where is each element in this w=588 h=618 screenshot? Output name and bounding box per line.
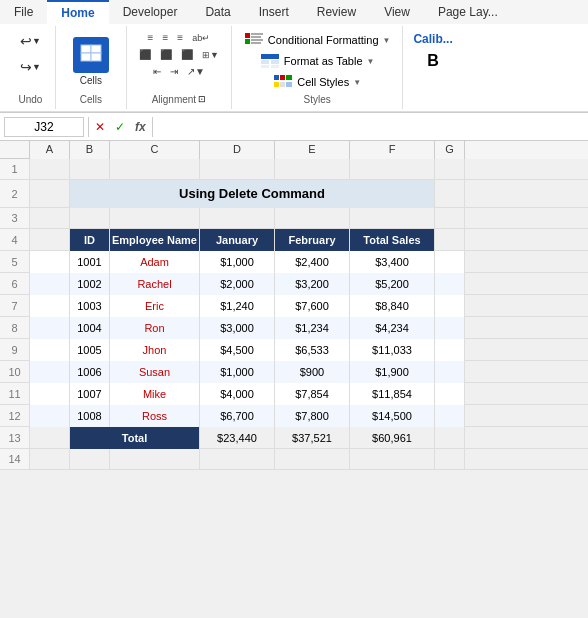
col-header-d[interactable]: D [200,141,275,159]
cell-b14[interactable] [70,449,110,469]
cell-d3[interactable] [200,208,275,228]
cell-id-5[interactable]: 1001 [70,251,110,273]
cell-jan-7[interactable]: $1,240 [200,295,275,317]
cell-f14[interactable] [350,449,435,469]
cell-a8[interactable] [30,317,70,339]
cell-name-9[interactable]: Jhon [110,339,200,361]
tab-file[interactable]: File [0,0,47,24]
cell-id-7[interactable]: 1003 [70,295,110,317]
cell-d1[interactable] [200,159,275,179]
cell-g13[interactable] [435,427,465,449]
insert-function-icon[interactable]: fx [133,120,148,134]
align-right-button[interactable]: ⬛ [177,47,197,62]
cell-feb-10[interactable]: $900 [275,361,350,383]
cell-a12[interactable] [30,405,70,427]
cell-total-10[interactable]: $1,900 [350,361,435,383]
cell-jan-10[interactable]: $1,000 [200,361,275,383]
cell-d14[interactable] [200,449,275,469]
cell-id-11[interactable]: 1007 [70,383,110,405]
cell-styles-button[interactable]: Cell Styles ▼ [269,72,365,92]
undo-button[interactable]: ↩▼ [14,30,47,52]
header-january[interactable]: January [200,229,275,251]
cell-jan-5[interactable]: $1,000 [200,251,275,273]
cell-id-12[interactable]: 1008 [70,405,110,427]
cell-g5[interactable] [435,251,465,273]
cell-total-5[interactable]: $3,400 [350,251,435,273]
format-as-table-button[interactable]: Format as Table ▼ [256,51,379,71]
alignment-expand-icon[interactable]: ⊡ [198,94,206,104]
cell-total-7[interactable]: $8,840 [350,295,435,317]
header-february[interactable]: February [275,229,350,251]
cell-a13[interactable] [30,427,70,449]
cell-g12[interactable] [435,405,465,427]
cell-a2[interactable] [30,180,70,208]
total-february[interactable]: $37,521 [275,427,350,449]
col-header-b[interactable]: B [70,141,110,159]
cell-a7[interactable] [30,295,70,317]
cell-feb-9[interactable]: $6,533 [275,339,350,361]
col-header-c[interactable]: C [110,141,200,159]
cell-total-12[interactable]: $14,500 [350,405,435,427]
align-center-button[interactable]: ⬛ [156,47,176,62]
cell-g2[interactable] [435,180,465,208]
tab-page-layout[interactable]: Page Lay... [424,0,512,24]
header-total-sales[interactable]: Total Sales [350,229,435,251]
cell-a5[interactable] [30,251,70,273]
cell-b3[interactable] [70,208,110,228]
header-id[interactable]: ID [70,229,110,251]
tab-developer[interactable]: Developer [109,0,192,24]
cell-a11[interactable] [30,383,70,405]
cell-total-6[interactable]: $5,200 [350,273,435,295]
cell-id-8[interactable]: 1004 [70,317,110,339]
cancel-formula-icon[interactable]: ✕ [93,120,107,134]
cell-jan-6[interactable]: $2,000 [200,273,275,295]
cell-feb-11[interactable]: $7,854 [275,383,350,405]
cell-jan-9[interactable]: $4,500 [200,339,275,361]
cell-name-10[interactable]: Susan [110,361,200,383]
wrap-text-button[interactable]: ab↵ [188,30,214,45]
cell-feb-7[interactable]: $7,600 [275,295,350,317]
header-name[interactable]: Employee Name [110,229,200,251]
cell-name-7[interactable]: Eric [110,295,200,317]
cell-g4[interactable] [435,229,465,251]
align-top-center-button[interactable]: ≡ [158,30,172,45]
cell-c3[interactable] [110,208,200,228]
cell-c14[interactable] [110,449,200,469]
align-top-right-button[interactable]: ≡ [173,30,187,45]
cell-g7[interactable] [435,295,465,317]
cell-g9[interactable] [435,339,465,361]
col-header-f[interactable]: F [350,141,435,159]
col-header-e[interactable]: E [275,141,350,159]
cell-g3[interactable] [435,208,465,228]
cell-name-11[interactable]: Mike [110,383,200,405]
tab-data[interactable]: Data [191,0,244,24]
cell-g11[interactable] [435,383,465,405]
cell-a9[interactable] [30,339,70,361]
cell-total-11[interactable]: $11,854 [350,383,435,405]
confirm-formula-icon[interactable]: ✓ [113,120,127,134]
orientation-button[interactable]: ↗▼ [183,64,209,79]
total-sales[interactable]: $60,961 [350,427,435,449]
cell-a1[interactable] [30,159,70,179]
cell-a4[interactable] [30,229,70,251]
total-label[interactable]: Total [70,427,200,449]
align-top-left-button[interactable]: ≡ [144,30,158,45]
cell-jan-11[interactable]: $4,000 [200,383,275,405]
redo-button[interactable]: ↪▼ [14,56,47,78]
cell-name-5[interactable]: Adam [110,251,200,273]
cell-feb-12[interactable]: $7,800 [275,405,350,427]
cell-e1[interactable] [275,159,350,179]
cell-name-12[interactable]: Ross [110,405,200,427]
cell-id-6[interactable]: 1002 [70,273,110,295]
cell-feb-5[interactable]: $2,400 [275,251,350,273]
col-header-g[interactable]: G [435,141,465,159]
cell-e3[interactable] [275,208,350,228]
cell-a6[interactable] [30,273,70,295]
decrease-indent-button[interactable]: ⇤ [149,64,165,79]
cell-c1[interactable] [110,159,200,179]
increase-indent-button[interactable]: ⇥ [166,64,182,79]
cell-f3[interactable] [350,208,435,228]
cell-total-9[interactable]: $11,033 [350,339,435,361]
col-header-a[interactable]: A [30,141,70,159]
cell-name-6[interactable]: Rachel [110,273,200,295]
